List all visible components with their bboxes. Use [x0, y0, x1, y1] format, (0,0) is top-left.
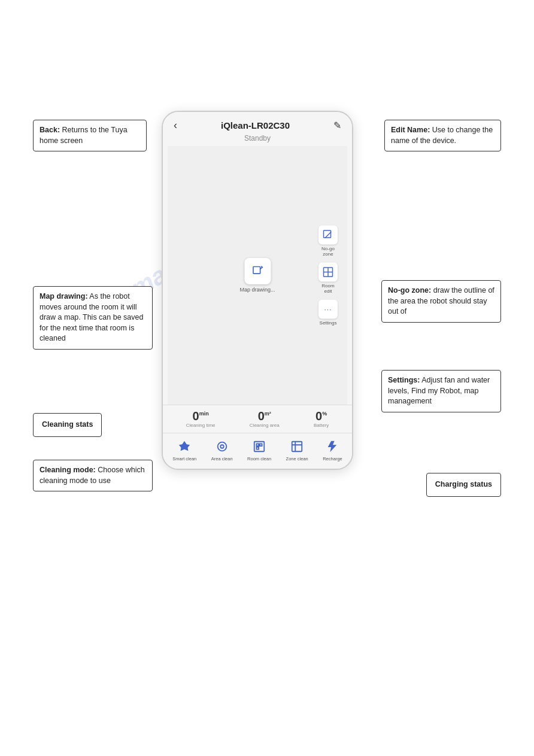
- zone-clean-label: Zone clean: [286, 456, 308, 462]
- battery-value: 0%: [315, 410, 327, 422]
- svg-rect-10: [260, 444, 262, 446]
- annotation-charging-status: Charging status: [426, 473, 501, 497]
- annotation-settings: Settings: Adjust fan and water levels, F…: [381, 370, 501, 412]
- room-clean-button[interactable]: Room clean: [247, 438, 271, 462]
- map-drawing-svg-icon: [251, 265, 263, 277]
- no-go-zone-button[interactable]: No-go zone: [317, 226, 339, 257]
- recharge-icon: [324, 438, 341, 455]
- settings-icon[interactable]: ···: [318, 300, 338, 319]
- svg-line-2: [325, 232, 332, 238]
- annotation-stats-title: Cleaning stats: [42, 420, 93, 429]
- settings-label: Settings: [320, 320, 337, 326]
- page-wrapper: manualsive.com ‹ iQlean-LR02C30 ✎ Standb…: [0, 0, 534, 756]
- annotation-edit-name: Edit Name: Use to change the name of the…: [384, 120, 501, 151]
- map-area: Map drawing... No-go zone: [168, 146, 347, 405]
- cleaning-area-value: 0m²: [258, 410, 271, 422]
- recharge-button[interactable]: Recharge: [323, 438, 342, 462]
- svg-rect-0: [253, 267, 260, 274]
- no-go-zone-icon[interactable]: [318, 226, 338, 245]
- annotation-settings-title: Settings:: [388, 376, 420, 384]
- svg-rect-9: [257, 444, 259, 446]
- battery-stat: 0% Battery: [314, 410, 329, 428]
- svg-rect-1: [324, 230, 331, 238]
- phone-subtitle: Standby: [163, 134, 352, 146]
- annotation-map-title: Map drawing:: [40, 292, 88, 300]
- room-edit-label: Room edit: [317, 283, 339, 294]
- cleaning-time-label: Cleaning time: [186, 423, 216, 428]
- right-side-icons: No-go zone Room edit: [317, 226, 339, 326]
- settings-button[interactable]: ··· Settings: [318, 300, 338, 326]
- room-edit-svg: [323, 267, 333, 278]
- annotation-charging-title: Charging status: [435, 480, 492, 488]
- action-bar: Smart clean Area clean: [163, 433, 352, 469]
- room-clean-icon: [251, 438, 268, 455]
- smart-clean-icon: [176, 438, 193, 455]
- smart-clean-button[interactable]: Smart clean: [172, 438, 196, 462]
- room-clean-svg: [253, 440, 266, 453]
- annotation-mode-title: Cleaning mode:: [40, 466, 96, 474]
- annotation-cleaning-mode: Cleaning mode: Choose which cleaning mod…: [33, 460, 153, 491]
- battery-label: Battery: [314, 423, 329, 428]
- cleaning-time-unit: min: [199, 411, 209, 417]
- no-go-zone-svg: [323, 230, 333, 241]
- area-clean-svg: [216, 440, 229, 453]
- battery-unit: %: [322, 411, 327, 417]
- zone-clean-button[interactable]: Zone clean: [286, 438, 308, 462]
- area-clean-button[interactable]: Area clean: [211, 438, 233, 462]
- cleaning-area-unit: m²: [265, 411, 271, 417]
- phone-title: iQlean-LR02C30: [221, 120, 290, 130]
- room-edit-button[interactable]: Room edit: [317, 263, 339, 294]
- no-go-zone-label: No-go zone: [317, 246, 339, 257]
- svg-rect-11: [257, 447, 259, 450]
- room-edit-icon[interactable]: [318, 263, 338, 282]
- back-button[interactable]: ‹: [174, 119, 177, 132]
- annotation-nogo-title: No-go zone:: [388, 286, 431, 294]
- cleaning-area-stat: 0m² Cleaning area: [250, 410, 280, 428]
- area-clean-icon: [214, 438, 230, 455]
- edit-name-button[interactable]: ✎: [333, 120, 341, 131]
- smart-clean-svg: [178, 440, 191, 453]
- cleaning-time-stat: 0min Cleaning time: [186, 410, 216, 428]
- annotation-edit-title: Edit Name:: [391, 126, 430, 134]
- map-drawing-button[interactable]: Map drawing...: [239, 258, 275, 293]
- phone-header: ‹ iQlean-LR02C30 ✎: [163, 112, 352, 134]
- cleaning-area-label: Cleaning area: [250, 423, 280, 428]
- cleaning-time-value: 0min: [193, 410, 209, 422]
- annotation-back: Back: Returns to the Tuya home screen: [33, 120, 147, 151]
- svg-point-6: [217, 442, 226, 451]
- zone-clean-icon: [289, 438, 305, 455]
- area-clean-label: Area clean: [211, 456, 233, 462]
- svg-rect-12: [292, 442, 302, 452]
- phone-mockup: ‹ iQlean-LR02C30 ✎ Standby: [162, 111, 353, 470]
- recharge-label: Recharge: [323, 456, 342, 462]
- room-clean-label: Room clean: [247, 456, 271, 462]
- annotation-back-title: Back:: [40, 126, 60, 134]
- recharge-svg: [326, 440, 339, 453]
- smart-clean-label: Smart clean: [172, 456, 196, 462]
- svg-point-7: [220, 445, 224, 448]
- zone-clean-svg: [290, 440, 304, 453]
- annotation-no-go-zone: No-go zone: draw the outline of the area…: [381, 280, 501, 323]
- annotation-cleaning-stats: Cleaning stats: [33, 413, 102, 437]
- map-placeholder: Map drawing... No-go zone: [168, 146, 347, 405]
- stats-bar: 0min Cleaning time 0m² Cleaning area 0% …: [163, 405, 352, 433]
- map-drawing-label: Map drawing...: [239, 287, 275, 293]
- map-drawing-icon-box[interactable]: [244, 258, 271, 284]
- settings-dots: ···: [324, 305, 332, 314]
- annotation-map-drawing: Map drawing: As the robot moves around t…: [33, 286, 153, 350]
